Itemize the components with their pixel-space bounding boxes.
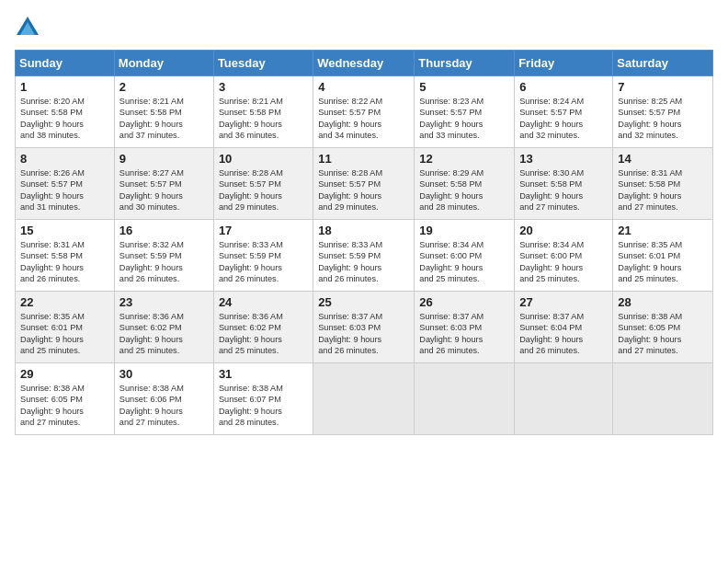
day-info: Sunrise: 8:33 AM Sunset: 5:59 PM Dayligh…	[219, 239, 308, 285]
day-number: 7	[618, 80, 708, 94]
calendar-week-1: 1Sunrise: 8:20 AM Sunset: 5:58 PM Daylig…	[16, 76, 713, 148]
calendar-cell: 21Sunrise: 8:35 AM Sunset: 6:01 PM Dayli…	[613, 220, 713, 292]
day-number: 19	[419, 224, 509, 237]
day-number: 2	[119, 80, 209, 94]
calendar-cell: 8Sunrise: 8:26 AM Sunset: 5:57 PM Daylig…	[16, 148, 115, 220]
calendar-cell	[515, 363, 613, 435]
day-info: Sunrise: 8:28 AM Sunset: 5:57 PM Dayligh…	[219, 167, 308, 213]
calendar-header-saturday: Saturday	[613, 51, 713, 76]
calendar-cell: 22Sunrise: 8:35 AM Sunset: 6:01 PM Dayli…	[16, 292, 115, 363]
calendar-cell: 2Sunrise: 8:21 AM Sunset: 5:58 PM Daylig…	[114, 76, 213, 148]
day-info: Sunrise: 8:35 AM Sunset: 6:01 PM Dayligh…	[20, 311, 109, 357]
calendar-cell: 31Sunrise: 8:38 AM Sunset: 6:07 PM Dayli…	[213, 363, 313, 435]
calendar-cell: 19Sunrise: 8:34 AM Sunset: 6:00 PM Dayli…	[415, 220, 515, 292]
calendar-header-wednesday: Wednesday	[313, 51, 415, 76]
day-number: 18	[318, 224, 409, 237]
calendar-cell: 7Sunrise: 8:25 AM Sunset: 5:57 PM Daylig…	[613, 76, 713, 148]
page: SundayMondayTuesdayWednesdayThursdayFrid…	[0, 0, 728, 563]
day-number: 6	[519, 80, 608, 94]
day-info: Sunrise: 8:21 AM Sunset: 5:58 PM Dayligh…	[219, 96, 308, 142]
day-number: 17	[219, 224, 308, 237]
calendar-cell: 9Sunrise: 8:27 AM Sunset: 5:57 PM Daylig…	[114, 148, 213, 220]
calendar-cell: 20Sunrise: 8:34 AM Sunset: 6:00 PM Dayli…	[515, 220, 613, 292]
calendar-cell: 14Sunrise: 8:31 AM Sunset: 5:58 PM Dayli…	[613, 148, 713, 220]
day-info: Sunrise: 8:29 AM Sunset: 5:58 PM Dayligh…	[419, 167, 509, 213]
day-info: Sunrise: 8:32 AM Sunset: 5:59 PM Dayligh…	[119, 239, 209, 285]
calendar-header-row: SundayMondayTuesdayWednesdayThursdayFrid…	[16, 51, 713, 76]
calendar-header-thursday: Thursday	[415, 51, 515, 76]
day-number: 14	[618, 152, 708, 166]
day-number: 24	[219, 295, 308, 309]
calendar-week-4: 22Sunrise: 8:35 AM Sunset: 6:01 PM Dayli…	[16, 292, 713, 363]
day-info: Sunrise: 8:35 AM Sunset: 6:01 PM Dayligh…	[618, 239, 708, 285]
day-number: 30	[119, 367, 209, 381]
day-number: 31	[219, 367, 308, 381]
calendar-cell: 15Sunrise: 8:31 AM Sunset: 5:58 PM Dayli…	[16, 220, 115, 292]
day-number: 20	[519, 224, 608, 237]
day-info: Sunrise: 8:31 AM Sunset: 5:58 PM Dayligh…	[618, 167, 708, 213]
calendar-header-friday: Friday	[515, 51, 613, 76]
day-info: Sunrise: 8:22 AM Sunset: 5:57 PM Dayligh…	[318, 96, 409, 142]
day-number: 11	[318, 152, 409, 166]
day-info: Sunrise: 8:24 AM Sunset: 5:57 PM Dayligh…	[519, 96, 608, 142]
day-number: 1	[20, 80, 109, 94]
day-info: Sunrise: 8:34 AM Sunset: 6:00 PM Dayligh…	[519, 239, 608, 285]
day-number: 23	[119, 295, 209, 309]
logo-icon	[15, 15, 40, 40]
day-number: 22	[20, 295, 109, 309]
day-number: 27	[519, 295, 608, 309]
day-info: Sunrise: 8:34 AM Sunset: 6:00 PM Dayligh…	[419, 239, 509, 285]
calendar-cell: 28Sunrise: 8:38 AM Sunset: 6:05 PM Dayli…	[613, 292, 713, 363]
logo	[15, 15, 44, 40]
calendar-header-sunday: Sunday	[16, 51, 115, 76]
day-number: 4	[318, 80, 409, 94]
day-info: Sunrise: 8:37 AM Sunset: 6:04 PM Dayligh…	[519, 311, 608, 357]
calendar-cell	[313, 363, 415, 435]
day-info: Sunrise: 8:21 AM Sunset: 5:58 PM Dayligh…	[119, 96, 209, 142]
calendar-cell	[415, 363, 515, 435]
day-info: Sunrise: 8:28 AM Sunset: 5:57 PM Dayligh…	[318, 167, 409, 213]
calendar-cell: 18Sunrise: 8:33 AM Sunset: 5:59 PM Dayli…	[313, 220, 415, 292]
calendar-cell: 27Sunrise: 8:37 AM Sunset: 6:04 PM Dayli…	[515, 292, 613, 363]
calendar-week-2: 8Sunrise: 8:26 AM Sunset: 5:57 PM Daylig…	[16, 148, 713, 220]
day-number: 15	[20, 224, 109, 237]
day-number: 26	[419, 295, 509, 309]
calendar-cell: 29Sunrise: 8:38 AM Sunset: 6:05 PM Dayli…	[16, 363, 115, 435]
day-info: Sunrise: 8:37 AM Sunset: 6:03 PM Dayligh…	[419, 311, 509, 357]
calendar-cell: 11Sunrise: 8:28 AM Sunset: 5:57 PM Dayli…	[313, 148, 415, 220]
calendar-cell: 4Sunrise: 8:22 AM Sunset: 5:57 PM Daylig…	[313, 76, 415, 148]
calendar-cell: 17Sunrise: 8:33 AM Sunset: 5:59 PM Dayli…	[213, 220, 313, 292]
day-number: 12	[419, 152, 509, 166]
day-number: 3	[219, 80, 308, 94]
calendar-cell: 25Sunrise: 8:37 AM Sunset: 6:03 PM Dayli…	[313, 292, 415, 363]
day-info: Sunrise: 8:38 AM Sunset: 6:05 PM Dayligh…	[618, 311, 708, 357]
header	[15, 15, 713, 40]
day-info: Sunrise: 8:23 AM Sunset: 5:57 PM Dayligh…	[419, 96, 509, 142]
calendar-cell: 10Sunrise: 8:28 AM Sunset: 5:57 PM Dayli…	[213, 148, 313, 220]
day-info: Sunrise: 8:36 AM Sunset: 6:02 PM Dayligh…	[119, 311, 209, 357]
calendar-cell: 3Sunrise: 8:21 AM Sunset: 5:58 PM Daylig…	[213, 76, 313, 148]
calendar-cell: 13Sunrise: 8:30 AM Sunset: 5:58 PM Dayli…	[515, 148, 613, 220]
day-number: 9	[119, 152, 209, 166]
calendar-cell: 16Sunrise: 8:32 AM Sunset: 5:59 PM Dayli…	[114, 220, 213, 292]
day-number: 8	[20, 152, 109, 166]
day-info: Sunrise: 8:37 AM Sunset: 6:03 PM Dayligh…	[318, 311, 409, 357]
day-number: 13	[519, 152, 608, 166]
calendar-cell: 30Sunrise: 8:38 AM Sunset: 6:06 PM Dayli…	[114, 363, 213, 435]
calendar-cell: 26Sunrise: 8:37 AM Sunset: 6:03 PM Dayli…	[415, 292, 515, 363]
day-info: Sunrise: 8:20 AM Sunset: 5:58 PM Dayligh…	[20, 96, 109, 142]
day-number: 29	[20, 367, 109, 381]
calendar-cell: 6Sunrise: 8:24 AM Sunset: 5:57 PM Daylig…	[515, 76, 613, 148]
calendar-cell	[613, 363, 713, 435]
calendar-cell: 12Sunrise: 8:29 AM Sunset: 5:58 PM Dayli…	[415, 148, 515, 220]
calendar-header-monday: Monday	[114, 51, 213, 76]
day-number: 10	[219, 152, 308, 166]
day-info: Sunrise: 8:38 AM Sunset: 6:05 PM Dayligh…	[20, 383, 109, 429]
calendar-table: SundayMondayTuesdayWednesdayThursdayFrid…	[15, 50, 713, 435]
day-number: 21	[618, 224, 708, 237]
calendar-cell: 1Sunrise: 8:20 AM Sunset: 5:58 PM Daylig…	[16, 76, 115, 148]
day-info: Sunrise: 8:25 AM Sunset: 5:57 PM Dayligh…	[618, 96, 708, 142]
day-info: Sunrise: 8:26 AM Sunset: 5:57 PM Dayligh…	[20, 167, 109, 213]
calendar-header-tuesday: Tuesday	[213, 51, 313, 76]
day-number: 16	[119, 224, 209, 237]
